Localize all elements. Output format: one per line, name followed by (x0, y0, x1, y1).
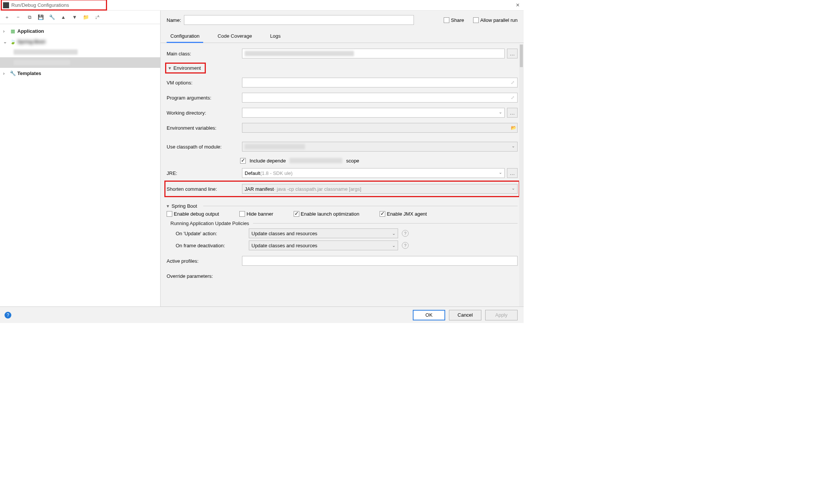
vm-options-label: VM options: (167, 80, 240, 86)
spring-boot-section-header[interactable]: ▾ Spring Boot (167, 203, 518, 209)
update-policies-label: Running Application Update Policies (170, 221, 249, 226)
name-input[interactable] (184, 15, 414, 25)
scrollbar-thumb[interactable] (520, 44, 523, 67)
chevron-down-icon: ⌄ (3, 39, 8, 44)
chevron-down-icon: ⌄ (499, 170, 502, 175)
program-arguments-label: Program arguments: (167, 95, 240, 101)
tree-child-selected[interactable] (0, 57, 160, 68)
cancel-button[interactable]: Cancel (449, 310, 481, 320)
tree-child-1[interactable] (0, 47, 160, 57)
main-class-label: Main class: (167, 51, 240, 57)
shorten-hint: - java -cp classpath.jar classname [args… (274, 186, 361, 192)
config-editor-panel: Name: Share Allow parallel run Configura… (161, 11, 524, 306)
env-vars-field[interactable]: 📂 (242, 123, 518, 133)
expand-icon[interactable]: ⤢ (511, 95, 516, 100)
configurations-panel: ＋ − ⧉ 💾 🔧 ▲ ▼ 📁 ↓ᴬ › ▦ Application ⌄ 🍃 (0, 11, 161, 306)
expand-icon[interactable]: ⤢ (511, 80, 516, 85)
help-icon[interactable]: ? (402, 230, 409, 237)
allow-parallel-checkbox[interactable]: Allow parallel run (473, 17, 518, 23)
include-deps-label-prefix: Include depende (250, 158, 286, 164)
classpath-label: Use classpath of module: (167, 144, 240, 150)
classpath-dropdown[interactable]: ⌄ (242, 142, 518, 152)
checkbox-icon (239, 211, 245, 217)
checkbox-checked-icon (380, 211, 385, 217)
add-config-icon[interactable]: ＋ (2, 13, 11, 22)
tree-node-templates[interactable]: › 🔧 Templates (0, 68, 160, 78)
environment-section-header[interactable]: ▾ Environment (167, 64, 202, 72)
sort-alpha-icon[interactable]: ↓ᴬ (93, 13, 102, 22)
help-bubble-icon[interactable]: ? (5, 312, 11, 319)
templates-label: Templates (17, 70, 41, 76)
share-checkbox[interactable]: Share (444, 17, 464, 23)
ok-button[interactable]: OK (413, 310, 445, 320)
enable-launch-opt-checkbox[interactable]: Enable launch optimization (294, 211, 359, 217)
jre-row: JRE: Default (1.8 - SDK ule) ⌄ … (167, 166, 518, 180)
working-directory-browse-button[interactable]: … (507, 108, 518, 118)
tab-logs[interactable]: Logs (266, 31, 284, 43)
move-up-icon[interactable]: ▲ (59, 13, 68, 22)
vm-options-field[interactable]: ⤢ (242, 78, 518, 87)
active-profiles-field[interactable] (242, 256, 518, 266)
checkbox-icon (473, 17, 479, 23)
form-area: Main class: … ▾ Environment VM options: … (161, 43, 524, 306)
application-icon: ▦ (10, 28, 16, 34)
help-icon[interactable]: ? (402, 242, 409, 249)
shorten-value: JAR manifest (245, 186, 274, 192)
main-class-field[interactable] (242, 49, 505, 58)
include-deps-row: Include depende scope (167, 155, 518, 166)
checkbox-icon (444, 17, 449, 23)
include-deps-label-suffix: scope (346, 158, 359, 164)
jre-dropdown[interactable]: Default (1.8 - SDK ule) ⌄ (242, 168, 505, 178)
remove-config-icon[interactable]: − (14, 13, 23, 22)
on-frame-dropdown[interactable]: Update classes and resources ⌄ (249, 241, 398, 250)
tab-code-coverage[interactable]: Code Coverage (214, 31, 256, 43)
save-config-icon[interactable]: 💾 (36, 13, 45, 22)
main-class-row: Main class: … (167, 47, 518, 60)
move-down-icon[interactable]: ▼ (70, 13, 79, 22)
spring-boot-section-label: Spring Boot (172, 203, 197, 209)
shorten-row-wrapper: Shorten command line: JAR manifest - jav… (167, 181, 518, 196)
working-directory-label: Working directory: (167, 110, 240, 116)
shorten-dropdown[interactable]: JAR manifest - java -cp classpath.jar cl… (242, 184, 518, 194)
classpath-row: Use classpath of module: ⌄ (167, 140, 518, 153)
enable-debug-checkbox[interactable]: Enable debug output (167, 211, 219, 217)
working-directory-field[interactable]: ⌄ (242, 108, 505, 118)
checkbox-icon (167, 211, 172, 217)
checkbox-checked-icon[interactable] (240, 158, 246, 164)
vm-options-row: VM options: ⤢ (167, 76, 518, 89)
copy-config-icon[interactable]: ⧉ (25, 13, 34, 22)
enable-jmx-checkbox[interactable]: Enable JMX agent (380, 211, 427, 217)
vertical-scrollbar[interactable] (519, 44, 524, 306)
tree-node-spring-boot[interactable]: ⌄ 🍃 Spring Boot (0, 36, 160, 47)
chevron-right-icon: › (3, 70, 8, 76)
update-policies-header: Running Application Update Policies (170, 221, 518, 226)
intellij-icon (3, 2, 9, 8)
folder-icon[interactable]: 📁 (81, 13, 90, 22)
wrench-icon[interactable]: 🔧 (47, 13, 57, 22)
on-frame-value: Update classes and resources (251, 243, 317, 248)
tree-node-application[interactable]: › ▦ Application (0, 26, 160, 36)
tab-bar: Configuration Code Coverage Logs (161, 29, 524, 43)
enable-launch-opt-label: Enable launch optimization (301, 211, 359, 217)
name-label: Name: (167, 17, 181, 23)
chevron-down-icon: ⌄ (512, 186, 515, 191)
hide-banner-checkbox[interactable]: Hide banner (239, 211, 273, 217)
main-class-browse-button[interactable]: … (507, 49, 518, 58)
divider (253, 223, 518, 224)
env-vars-label: Environment variables: (167, 125, 240, 131)
tab-configuration[interactable]: Configuration (167, 31, 203, 43)
checkbox-checked-icon (294, 211, 299, 217)
on-update-dropdown[interactable]: Update classes and resources ⌄ (249, 228, 398, 238)
close-icon[interactable]: ✕ (516, 2, 520, 8)
environment-highlight-box: ▾ Environment (165, 63, 206, 74)
jre-browse-button[interactable]: … (507, 168, 518, 178)
triangle-down-icon: ▾ (167, 203, 169, 209)
program-arguments-row: Program arguments: ⤢ (167, 91, 518, 104)
allow-parallel-label: Allow parallel run (480, 17, 518, 23)
hide-banner-label: Hide banner (247, 211, 273, 217)
apply-button[interactable]: Apply (485, 310, 518, 320)
folder-open-icon[interactable]: 📂 (511, 125, 516, 130)
share-label: Share (451, 17, 464, 23)
divider (203, 206, 518, 206)
program-arguments-field[interactable]: ⤢ (242, 93, 518, 103)
